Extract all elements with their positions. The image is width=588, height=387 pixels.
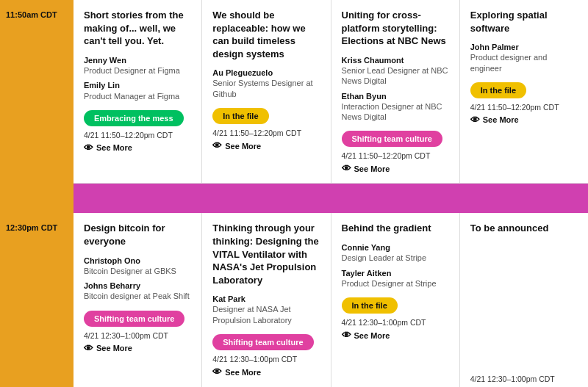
- session-2-3: Behind the gradient Connie Yang Design L…: [331, 213, 460, 387]
- see-more-1-3[interactable]: 👁 See More: [342, 163, 449, 174]
- session-2-2: Thinking through your thinking: Designin…: [202, 213, 331, 387]
- see-more-1-1[interactable]: 👁 See More: [84, 142, 191, 153]
- session-title-2-3: Behind the gradient: [342, 222, 449, 235]
- tag-pill-2-1: Shifting team culture: [84, 311, 184, 327]
- speakers-2-1: Christoph Ono Bitcoin Designer at GBKS J…: [84, 256, 191, 302]
- session-1-1: Short stories from the making of... well…: [74, 0, 202, 184]
- session-time-2-1: 4/21 12:30–1:00pm CDT: [84, 331, 191, 340]
- speaker-role: Design Leader at Stripe: [342, 253, 449, 263]
- tag-pill-1-1: Embracing the mess: [84, 110, 184, 126]
- speaker-role: Interaction Designer at NBC News Digital: [342, 101, 449, 123]
- speaker-role: Product Manager at Figma: [84, 91, 191, 101]
- speakers-2-3: Connie Yang Design Leader at Stripe Tayl…: [342, 242, 449, 289]
- sessions-row-1: Short stories from the making of... well…: [74, 0, 588, 184]
- session-1-2: We should be replaceable: how we can bui…: [202, 0, 331, 184]
- session-title-2-1: Design bitcoin for everyone: [84, 222, 191, 247]
- tag-pill-1-3: Shifting team culture: [342, 131, 442, 147]
- time-row-1: 11:50am CDT Short stories from the makin…: [0, 0, 588, 184]
- see-more-label: See More: [354, 164, 390, 173]
- speaker-name: Tayler Aitken: [342, 268, 449, 278]
- speaker-role: Product Designer at Stripe: [342, 278, 449, 289]
- eye-icon: 👁: [470, 115, 480, 126]
- session-title-1-1: Short stories from the making of... well…: [84, 9, 191, 48]
- speaker-role: Bitcoin designer at Peak Shift: [84, 291, 191, 301]
- tag-pill-1-2: In the file: [212, 108, 268, 124]
- divider-magenta: [0, 184, 588, 213]
- speaker-name: Jenny Wen: [84, 55, 191, 65]
- speakers-1-2: Au Pleguezuelo Senior Systems Designer a…: [212, 68, 320, 99]
- time-label-2: 12:30pm CDT: [0, 213, 74, 387]
- speaker-name: Connie Yang: [342, 242, 449, 253]
- session-time-1-1: 4/21 11:50–12:20pm CDT: [84, 131, 191, 140]
- session-time-2-4: 4/21 12:30–1:00pm CDT: [470, 242, 578, 383]
- see-more-2-3[interactable]: 👁 See More: [342, 330, 449, 341]
- speaker-role: Bitcoin Designer at GBKS: [84, 266, 191, 276]
- see-more-2-2[interactable]: 👁 See More: [212, 366, 320, 377]
- see-more-label: See More: [354, 331, 390, 340]
- session-time-1-4: 4/21 11:50–12:20pm CDT: [470, 103, 578, 112]
- see-more-label: See More: [483, 115, 519, 124]
- session-time-2-3: 4/21 12:30–1:00pm CDT: [342, 318, 449, 327]
- divider-time-bg: [0, 184, 74, 213]
- sessions-row-2: Design bitcoin for everyone Christoph On…: [74, 213, 588, 387]
- time-label-1: 11:50am CDT: [0, 0, 74, 184]
- session-time-1-2: 4/21 11:50–12:20pm CDT: [212, 129, 320, 137]
- eye-icon: 👁: [342, 163, 351, 174]
- see-more-label: See More: [225, 368, 261, 377]
- speaker-role: Senior Systems Designer at Github: [212, 78, 320, 99]
- speaker-name: Ethan Byun: [342, 91, 449, 101]
- speaker-role: Product Designer at Figma: [84, 65, 191, 76]
- session-title-1-2: We should be replaceable: how we can bui…: [212, 9, 320, 60]
- speakers-1-3: Kriss Chaumont Senior Lead Designer at N…: [342, 55, 449, 123]
- session-title-2-2: Thinking through your thinking: Designin…: [212, 222, 320, 286]
- session-title-1-3: Uniting for cross-platform storytelling:…: [342, 9, 449, 48]
- eye-icon: 👁: [342, 330, 351, 341]
- speaker-name: Emily Lin: [84, 80, 191, 90]
- eye-icon: 👁: [212, 140, 222, 151]
- eye-icon: 👁: [212, 366, 222, 377]
- see-more-2-1[interactable]: 👁 See More: [84, 343, 191, 354]
- speaker-role: Senior Lead Designer at NBC News Digital: [342, 65, 449, 87]
- see-more-label: See More: [96, 344, 132, 352]
- session-time-2-2: 4/21 12:30–1:00pm CDT: [212, 355, 320, 364]
- speakers-1-1: Jenny Wen Product Designer at Figma Emil…: [84, 55, 191, 101]
- speakers-2-2: Kat Park Designer at NASA Jet Propulsion…: [212, 294, 320, 325]
- divider-magenta-bar: [74, 184, 588, 213]
- schedule-container: 11:50am CDT Short stories from the makin…: [0, 0, 588, 387]
- tag-pill-1-4: In the file: [470, 82, 526, 98]
- tag-pill-2-2: Shifting team culture: [212, 334, 313, 350]
- session-1-4: Exploring spatial software John Palmer P…: [460, 0, 588, 184]
- session-time-1-3: 4/21 11:50–12:20pm CDT: [342, 151, 449, 160]
- eye-icon: 👁: [84, 343, 93, 354]
- speaker-role: Designer at NASA Jet Propulsion Laborato…: [212, 304, 320, 325]
- tag-pill-2-3: In the file: [342, 297, 398, 314]
- see-more-label: See More: [96, 143, 132, 152]
- see-more-1-4[interactable]: 👁 See More: [470, 115, 578, 126]
- speaker-name: Christoph Ono: [84, 256, 191, 266]
- speakers-1-4: John Palmer Product designer and enginee…: [470, 42, 578, 73]
- speaker-name: Au Pleguezuelo: [212, 68, 320, 78]
- eye-icon: 👁: [84, 142, 93, 153]
- speaker-name: John Palmer: [470, 42, 578, 52]
- speaker-name: Johns Beharry: [84, 281, 191, 291]
- see-more-1-2[interactable]: 👁 See More: [212, 140, 320, 151]
- speaker-name: Kat Park: [212, 294, 320, 304]
- session-2-1: Design bitcoin for everyone Christoph On…: [74, 213, 202, 387]
- session-title-2-4: To be announced: [470, 222, 578, 235]
- session-title-1-4: Exploring spatial software: [470, 9, 578, 35]
- time-row-2: 12:30pm CDT Design bitcoin for everyone …: [0, 213, 588, 387]
- see-more-label: See More: [225, 142, 261, 151]
- speaker-name: Kriss Chaumont: [342, 55, 449, 65]
- session-1-3: Uniting for cross-platform storytelling:…: [331, 0, 460, 184]
- session-2-4: To be announced 4/21 12:30–1:00pm CDT: [460, 213, 588, 387]
- speaker-role: Product designer and engineer: [470, 52, 578, 73]
